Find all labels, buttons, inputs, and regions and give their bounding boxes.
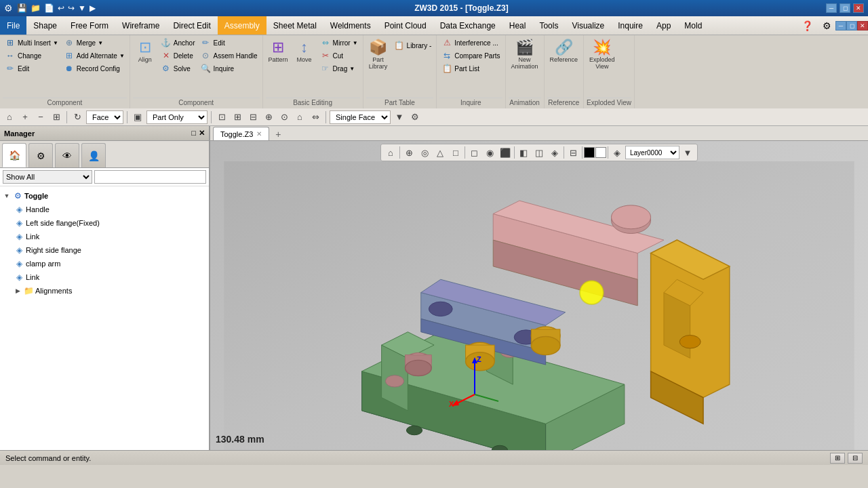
menu-heal[interactable]: Heal: [502, 16, 533, 35]
vpt-wire[interactable]: ⊟: [566, 145, 580, 160]
filter-input[interactable]: [94, 170, 206, 184]
tb2-more-icon[interactable]: ▼: [393, 110, 406, 124]
mirror-button[interactable]: ⇔ Mirror ▼: [318, 37, 360, 49]
tree-item-left-flange[interactable]: ◈ Left side flange(Fixed): [0, 216, 209, 230]
tree-item-handle[interactable]: ◈ Handle: [0, 203, 209, 216]
menu-point-cloud[interactable]: Point Cloud: [378, 16, 433, 35]
vpt-shade1[interactable]: ◧: [516, 145, 531, 160]
tb2-angle-icon[interactable]: ⌂: [293, 110, 307, 124]
tb2-minus-icon[interactable]: −: [34, 110, 47, 124]
vpt-box[interactable]: ◻: [467, 145, 481, 160]
menu-freeform[interactable]: Free Form: [64, 16, 115, 35]
quickbar-redo[interactable]: ↪: [66, 3, 76, 13]
menu-visualize[interactable]: Visualize: [565, 16, 611, 35]
part-list-button[interactable]: 📋 Part List: [439, 62, 502, 75]
menu-minimize[interactable]: ─: [835, 21, 846, 30]
tb2-snap2-icon[interactable]: ⊞: [231, 110, 244, 124]
manager-tab-view[interactable]: 👁: [55, 143, 79, 167]
vpt-edge[interactable]: △: [433, 145, 448, 160]
tree-item-link1[interactable]: ◈ Link: [0, 230, 209, 243]
menu-close[interactable]: ✕: [857, 21, 868, 30]
merge-button[interactable]: ⊕ Merge ▼: [62, 37, 127, 49]
menu-sheet-metal[interactable]: Sheet Metal: [267, 16, 323, 35]
tb2-snap-icon[interactable]: ⊡: [215, 110, 229, 124]
delete-align-button[interactable]: ✕ Delete: [159, 49, 197, 62]
menu-shape[interactable]: Shape: [26, 16, 64, 35]
tree-root[interactable]: ▼ ⚙ Toggle: [0, 189, 209, 203]
tree-root-expand[interactable]: ▼: [3, 192, 11, 200]
move-button[interactable]: ↕ Move: [292, 37, 317, 65]
vpt-shade3[interactable]: ◈: [547, 145, 562, 160]
tb2-dim-icon[interactable]: ⊙: [277, 110, 291, 124]
merge-dropdown[interactable]: ▼: [98, 40, 103, 46]
menu-tools[interactable]: Tools: [532, 16, 565, 35]
record-config-button[interactable]: ⏺ Record Config: [62, 62, 127, 75]
drag-dropdown[interactable]: ▼: [349, 66, 355, 72]
reference-button[interactable]: 🔗 Reference: [547, 37, 581, 65]
part-only-select[interactable]: Part Only: [146, 110, 208, 124]
manager-close-icon[interactable]: ✕: [199, 129, 205, 138]
quickbar-new[interactable]: 📄: [43, 3, 56, 13]
layer-select[interactable]: Layer0000: [625, 146, 679, 159]
compare-parts-button[interactable]: ⇆ Compare Parts: [439, 49, 502, 62]
menu-inquire[interactable]: Inquire: [611, 16, 650, 35]
settings-icon[interactable]: ⚙: [818, 20, 835, 31]
single-face-select[interactable]: Single Face: [330, 110, 391, 124]
tb2-measure-icon[interactable]: ⊕: [262, 110, 275, 124]
menu-app[interactable]: App: [650, 16, 677, 35]
filter-select[interactable]: Show All: [3, 170, 92, 184]
tab-close-icon[interactable]: ✕: [256, 130, 262, 138]
menu-direct-edit[interactable]: Direct Edit: [166, 16, 217, 35]
tb2-add-icon[interactable]: +: [18, 110, 32, 124]
edit-align-button[interactable]: ✏ Edit: [198, 37, 259, 49]
part-library-button[interactable]: 📦 PartLibrary: [366, 37, 391, 72]
vpt-cursor[interactable]: ⊕: [401, 145, 416, 160]
menu-mold[interactable]: Mold: [677, 16, 709, 35]
quickbar-save[interactable]: 💾: [16, 3, 28, 13]
mirror-dropdown[interactable]: ▼: [353, 40, 358, 46]
menu-assembly[interactable]: Assembly: [218, 16, 267, 35]
tb2-settings2-icon[interactable]: ⚙: [408, 110, 422, 124]
new-animation-button[interactable]: 🎬 NewAnimation: [509, 37, 541, 72]
tb2-filter-icon[interactable]: ⊟: [246, 110, 260, 124]
vpt-sphere[interactable]: ◉: [482, 145, 497, 160]
status-btn1[interactable]: ⊞: [830, 453, 845, 464]
anchor-button[interactable]: ⚓ Anchor: [159, 37, 197, 49]
vpt-material[interactable]: ◈: [610, 145, 625, 160]
multi-insert-dropdown[interactable]: ▼: [53, 40, 58, 46]
menu-data-exchange[interactable]: Data Exchange: [433, 16, 502, 35]
tb2-rotate-icon[interactable]: ↻: [71, 110, 84, 124]
menu-wireframe[interactable]: Wireframe: [115, 16, 166, 35]
drag-button[interactable]: ☞ Drag ▼: [318, 62, 360, 75]
vpt-layer-settings[interactable]: ▼: [680, 145, 695, 160]
restore-button[interactable]: ◻: [840, 3, 850, 13]
menu-file[interactable]: File: [0, 16, 26, 35]
vpt-point[interactable]: ◎: [417, 145, 432, 160]
inquire-align-button[interactable]: 🔍 Inquire: [198, 62, 259, 75]
exploded-view-button[interactable]: 💥 ExplodedView: [587, 37, 618, 72]
vpt-color-white[interactable]: [595, 147, 606, 158]
tree-item-clamp-arm[interactable]: ◈ clamp arm: [0, 257, 209, 270]
assem-handle-button[interactable]: ⊙ Assem Handle: [198, 49, 259, 62]
menu-restore[interactable]: ◻: [846, 21, 857, 30]
multi-insert-button[interactable]: ⊞ Multi Insert ▼: [3, 37, 60, 49]
tree-item-link2[interactable]: ◈ Link: [0, 270, 209, 284]
interference-button[interactable]: ⚠ Interference ...: [439, 37, 502, 49]
vpt-solid[interactable]: ⬛: [498, 145, 513, 160]
tb2-pointer-icon[interactable]: ▣: [131, 110, 144, 124]
vpt-shade2[interactable]: ◫: [532, 145, 547, 160]
vpt-face[interactable]: □: [448, 145, 463, 160]
manager-tab-parts[interactable]: ⚙: [28, 143, 53, 167]
edit-comp-button[interactable]: ✏ Edit: [3, 62, 60, 75]
vpt-home[interactable]: ⌂: [383, 145, 398, 160]
quickbar-settings[interactable]: ▼: [77, 3, 87, 13]
help-icon[interactable]: ❓: [796, 20, 818, 31]
menu-weldments[interactable]: Weldments: [323, 16, 378, 35]
close-button[interactable]: ✕: [853, 3, 864, 13]
tb2-mirror2-icon[interactable]: ⇔: [309, 110, 322, 124]
tree-item-alignments[interactable]: ▶ 📁 Alignments: [0, 284, 209, 298]
viewport-tab-toggle[interactable]: Toggle.Z3 ✕: [213, 127, 269, 140]
quickbar-undo[interactable]: ↩: [56, 3, 66, 13]
tab-add-button[interactable]: +: [272, 128, 284, 140]
viewport[interactable]: ⌂ ⊕ ◎ △ □ ◻ ◉ ⬛ ◧ ◫ ◈ ⊟ ◈: [210, 141, 868, 450]
